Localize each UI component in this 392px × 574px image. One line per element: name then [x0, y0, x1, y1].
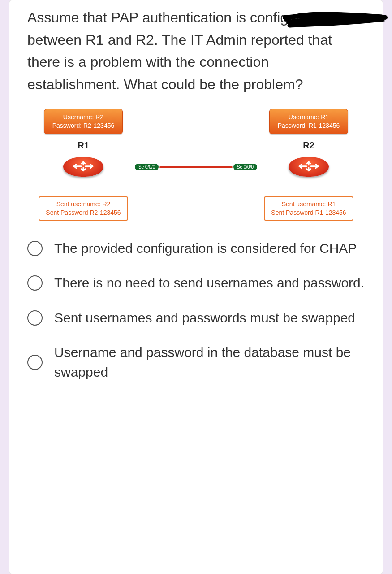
r2-sent-username: Sent username: R1 — [271, 200, 346, 209]
r2-db-password: Password: R1-123456 — [278, 122, 340, 130]
router-label-r1: R1 — [78, 140, 89, 151]
sent-credentials-row: Sent username: R2 Sent Password R2-12345… — [32, 196, 360, 221]
router-link-row: Se 0/0/0 Se 0/0/0 — [32, 153, 360, 180]
r2-sent-password: Sent Password R1-123456 — [271, 209, 346, 217]
radio-icon — [27, 275, 43, 291]
interface-label-right: Se 0/0/0 — [233, 164, 257, 170]
left-column: Username: R2 Password: R2-123456 R1 — [32, 109, 135, 153]
answer-options: The provided configuration is considered… — [27, 239, 365, 382]
r1-credential-db-box: Username: R2 Password: R2-123456 — [44, 109, 123, 134]
option-text: The provided configuration is considered… — [54, 239, 357, 258]
redaction-scribble — [281, 9, 389, 32]
r2-credential-db-box: Username: R1 Password: R1-123456 — [269, 109, 349, 134]
r2-sent-credentials-box: Sent username: R1 Sent Password R1-12345… — [264, 196, 353, 221]
interface-label-left: Se 0/0/0 — [135, 164, 159, 170]
option-text: There is no need to send usernames and p… — [54, 273, 364, 293]
option-2[interactable]: There is no need to send usernames and p… — [27, 273, 365, 293]
question-card: Assume that PAP authentication is config… — [9, 0, 383, 574]
serial-link-line — [159, 166, 232, 168]
router-icon-r1 — [63, 157, 103, 177]
option-text: Username and password in the database mu… — [54, 343, 365, 382]
radio-icon — [27, 241, 43, 256]
network-diagram: Username: R2 Password: R2-123456 R1 User… — [32, 109, 360, 221]
option-4[interactable]: Username and password in the database mu… — [27, 343, 365, 382]
r1-db-password: Password: R2-123456 — [52, 122, 115, 130]
r1-sent-username: Sent username: R2 — [46, 200, 121, 209]
r1-db-username: Username: R2 — [52, 113, 115, 122]
option-text: Sent usernames and passwords must be swa… — [54, 308, 355, 328]
r1-sent-password: Sent Password R2-123456 — [46, 209, 121, 217]
router-label-r2: R2 — [303, 140, 314, 151]
r1-sent-credentials-box: Sent username: R2 Sent Password R2-12345… — [39, 196, 128, 221]
radio-icon — [27, 310, 43, 326]
radio-icon — [27, 355, 43, 370]
router-icon-r2 — [289, 157, 329, 177]
option-1[interactable]: The provided configuration is considered… — [27, 239, 365, 258]
credential-db-row: Username: R2 Password: R2-123456 R1 User… — [32, 109, 360, 153]
r2-db-username: Username: R1 — [278, 113, 340, 122]
right-column: Username: R1 Password: R1-123456 R2 — [257, 109, 360, 153]
option-3[interactable]: Sent usernames and passwords must be swa… — [27, 308, 365, 328]
